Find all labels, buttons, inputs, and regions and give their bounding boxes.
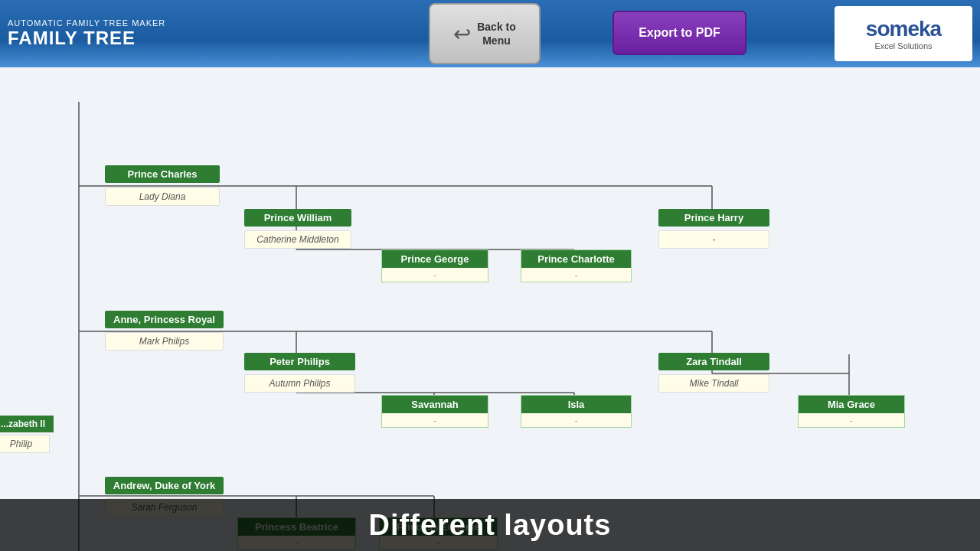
- prince-charles-node: Prince Charles: [105, 165, 220, 183]
- catherine-middleton-node: Catherine Middleton: [244, 230, 351, 249]
- header: AUTOMATIC FAMILY TREE MAKER FAMILY TREE …: [0, 0, 980, 67]
- back-to-menu-button[interactable]: ↩ Back toMenu: [429, 3, 541, 64]
- savannah-node: Savannah -: [381, 395, 488, 428]
- tree-container: ...zabeth II Philip Prince Charles Lady …: [0, 67, 980, 551]
- prince-william-node: Prince William: [244, 209, 351, 227]
- isla-node: Isla -: [521, 395, 632, 428]
- bottom-overlay: Different layouts: [0, 499, 980, 551]
- philip-node: Philip: [0, 435, 50, 453]
- header-title-block: AUTOMATIC FAMILY TREE MAKER FAMILY TREE: [8, 18, 165, 49]
- different-layouts-text: Different layouts: [369, 509, 612, 542]
- peter-philips-node: Peter Philips: [244, 353, 355, 370]
- prince-harry-spouse-node: -: [658, 230, 769, 249]
- prince-george-node: Prince George -: [381, 249, 488, 282]
- elizabeth-node: ...zabeth II: [0, 416, 54, 432]
- mike-tindall-node: Mike Tindall: [658, 374, 769, 393]
- logo-text: someka: [866, 17, 941, 41]
- someka-logo: someka Excel Solutions: [835, 6, 972, 61]
- app-title: FAMILY TREE: [8, 28, 165, 49]
- logo-sub: Excel Solutions: [874, 41, 932, 51]
- prince-harry-node: Prince Harry: [658, 209, 769, 227]
- back-arrow-icon: ↩: [453, 21, 471, 47]
- autumn-philips-node: Autumn Philips: [244, 374, 355, 393]
- export-pdf-button[interactable]: Export to PDF: [612, 11, 746, 55]
- mia-grace-node: Mia Grace -: [798, 395, 905, 428]
- mark-philips-node: Mark Philips: [105, 332, 224, 350]
- zara-tindall-node: Zara Tindall: [658, 353, 769, 370]
- prince-charlotte-node: Prince Charlotte -: [521, 249, 632, 282]
- main-content: ...zabeth II Philip Prince Charles Lady …: [0, 67, 980, 551]
- anne-princess-royal-node: Anne, Princess Royal: [105, 311, 224, 328]
- lady-diana-node: Lady Diana: [105, 187, 220, 206]
- back-btn-label: Back toMenu: [477, 20, 516, 47]
- export-btn-label: Export to PDF: [639, 26, 720, 40]
- app-subtitle: AUTOMATIC FAMILY TREE MAKER: [8, 18, 165, 28]
- andrew-york-node: Andrew, Duke of York: [105, 477, 224, 494]
